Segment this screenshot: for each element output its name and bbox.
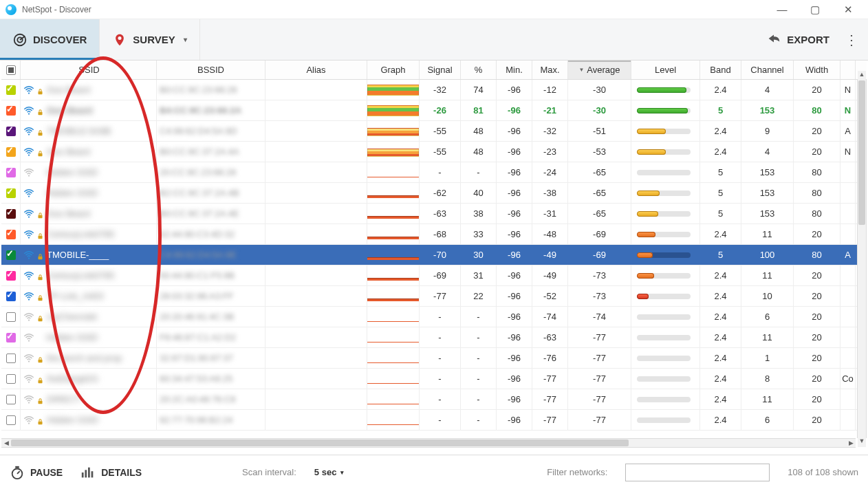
pause-button[interactable]: PAUSE xyxy=(10,465,63,480)
row-checkbox[interactable] xyxy=(1,100,21,120)
more-menu-button[interactable]: ⋮ xyxy=(835,19,868,60)
header-graph[interactable]: Graph xyxy=(367,61,420,79)
table-row[interactable]: Hidden SSID 20:CC:9C:23:66:28 - - -96 -2… xyxy=(1,162,867,183)
pause-label: PAUSE xyxy=(30,467,63,478)
table-row[interactable]: NotDangit2G 60:34:47:53:A6:25 - - -96 -7… xyxy=(1,369,867,389)
cell-average: -77 xyxy=(568,389,631,409)
table-row[interactable]: CenturyLink0785 50:44:80:C1:F5:9B -69 31… xyxy=(1,265,867,286)
svg-point-19 xyxy=(28,278,30,279)
row-checkbox[interactable] xyxy=(1,307,21,327)
table-row[interactable]: Hidden SSID F8:46:87:C1:A2:D2 - - -96 -6… xyxy=(1,327,867,348)
svg-point-25 xyxy=(28,340,30,341)
window-maximize-button[interactable]: ▢ xyxy=(805,3,825,16)
table-row[interactable]: Hidden SSID B2:CC:9C:37:2A:4B -62 40 -96… xyxy=(1,183,867,204)
row-checkbox[interactable] xyxy=(1,224,21,244)
scroll-up-arrow-icon[interactable]: ▲ xyxy=(858,71,866,80)
cell-bssid: 92:77:70:96:B2:24 xyxy=(157,410,265,430)
window-close-button[interactable]: ✕ xyxy=(838,3,858,16)
svg-rect-35 xyxy=(15,466,19,468)
cell-level xyxy=(631,389,700,409)
row-checkbox[interactable] xyxy=(1,121,21,141)
cell-graph xyxy=(367,307,420,327)
row-checkbox[interactable] xyxy=(1,183,21,203)
row-checkbox[interactable] xyxy=(1,80,21,100)
row-checkbox[interactable] xyxy=(1,265,21,285)
row-checkbox[interactable] xyxy=(1,410,21,430)
header-width[interactable]: Width xyxy=(794,61,840,79)
svg-point-15 xyxy=(28,237,30,238)
header-alias[interactable]: Alias xyxy=(265,61,367,79)
cell-alias xyxy=(265,307,367,327)
row-checkbox[interactable] xyxy=(1,204,21,224)
table-row[interactable]: TMOBILE-5A9B C4:99:62:D4:5A:9D -55 48 -9… xyxy=(1,121,867,142)
horizontal-scrollbar[interactable]: ◀ ▶ xyxy=(1,438,856,448)
cell-average: -30 xyxy=(568,80,631,100)
row-checkbox[interactable] xyxy=(1,162,21,182)
row-checkbox[interactable] xyxy=(1,142,21,162)
table-row[interactable]: myChevrolet 20:20:46:91:4C:3B - - -96 -7… xyxy=(1,307,867,327)
wifi-icon xyxy=(23,210,34,218)
cell-percent: 31 xyxy=(461,265,497,285)
scroll-down-arrow-icon[interactable]: ▼ xyxy=(858,437,866,447)
cell-channel: 6 xyxy=(741,307,794,327)
cell-signal: -63 xyxy=(420,204,461,224)
row-checkbox[interactable] xyxy=(1,389,21,409)
scroll-thumb[interactable] xyxy=(858,80,865,225)
header-bssid[interactable]: BSSID xyxy=(157,61,265,79)
table-row[interactable]: Hidden SSID 92:77:70:96:B2:24 - - -96 -7… xyxy=(1,410,867,431)
table-row[interactable]: DIRECT- 20:2C:A0:48:76:C8 - - -96 -77 -7… xyxy=(1,389,867,410)
header-average[interactable]: ▼ Average xyxy=(568,61,631,79)
table-row[interactable]: Goo Beard B0:CC:9C:23:66:26 -32 74 -96 -… xyxy=(1,80,867,100)
table-row[interactable]: TMOBILE-____ C4:99:62:D4:5A:9E -70 30 -9… xyxy=(1,245,867,265)
cell-level xyxy=(631,121,700,141)
table-row[interactable]: Goo Beard B0:CC:9C:37:2A:4E -63 38 -96 -… xyxy=(1,204,867,224)
row-checkbox[interactable] xyxy=(1,369,21,389)
table-row[interactable]: TP-Link_A403 28:03:32:96:A3:FF -77 22 -9… xyxy=(1,286,867,307)
header-band[interactable]: Band xyxy=(700,61,741,79)
header-channel[interactable]: Channel xyxy=(741,61,794,79)
header-min[interactable]: Min. xyxy=(497,61,532,79)
tab-survey[interactable]: SURVEY ▾ xyxy=(100,19,199,60)
header-pct[interactable]: % xyxy=(461,61,497,79)
header-checkbox[interactable] xyxy=(1,61,21,79)
table-row[interactable]: Goo Beard B0:CC:9C:37:2A:4A -55 48 -96 -… xyxy=(1,142,867,162)
row-checkbox[interactable] xyxy=(1,286,21,306)
header-level[interactable]: Level xyxy=(631,61,700,79)
cell-band: 2.4 xyxy=(700,286,741,306)
row-checkbox[interactable] xyxy=(1,348,21,368)
header-max[interactable]: Max. xyxy=(532,61,568,79)
scroll-right-arrow-icon[interactable]: ▶ xyxy=(846,439,856,446)
ssid-text: Goo Beard xyxy=(47,146,90,157)
cell-alias xyxy=(265,80,367,100)
cell-ssid: Goo Beard xyxy=(21,142,157,162)
table-row[interactable]: CenturyLink0785 52:44:80:C3:4D:32 -68 33… xyxy=(1,224,867,245)
cell-extra xyxy=(840,327,856,347)
filter-input[interactable] xyxy=(625,464,770,481)
cell-alias xyxy=(265,204,367,224)
cell-alias xyxy=(265,348,367,368)
header-signal[interactable]: Signal xyxy=(420,61,461,79)
cell-extra: A xyxy=(840,121,856,141)
details-button[interactable]: DETAILS xyxy=(80,465,142,480)
scan-interval-dropdown[interactable]: 5 sec ▾ xyxy=(314,467,345,477)
row-checkbox[interactable] xyxy=(1,245,21,265)
table-row[interactable]: Goo Beard B4:CC:9C:23:66:2A -26 81 -96 -… xyxy=(1,100,867,121)
cell-width: 80 xyxy=(794,204,840,224)
tab-discover[interactable]: DISCOVER xyxy=(0,19,100,60)
header-ssid[interactable]: SSID xyxy=(21,61,157,79)
scroll-left-arrow-icon[interactable]: ◀ xyxy=(1,439,11,446)
row-checkbox[interactable] xyxy=(1,327,21,347)
export-button[interactable]: EXPORT xyxy=(761,19,835,60)
svg-point-13 xyxy=(28,216,30,217)
cell-width: 80 xyxy=(794,245,840,265)
lock-icon xyxy=(37,396,44,403)
hscroll-thumb[interactable] xyxy=(11,439,629,446)
cell-signal: - xyxy=(420,327,461,347)
window-minimize-button[interactable]: — xyxy=(772,3,792,16)
cell-level xyxy=(631,142,700,162)
cell-level xyxy=(631,100,700,120)
wifi-icon xyxy=(23,127,34,135)
cell-width: 80 xyxy=(794,162,840,182)
table-row[interactable]: the porch and prop 32:87:D1:90:87:37 - -… xyxy=(1,348,867,369)
vertical-scrollbar[interactable]: ▲ ▼ xyxy=(857,80,867,438)
